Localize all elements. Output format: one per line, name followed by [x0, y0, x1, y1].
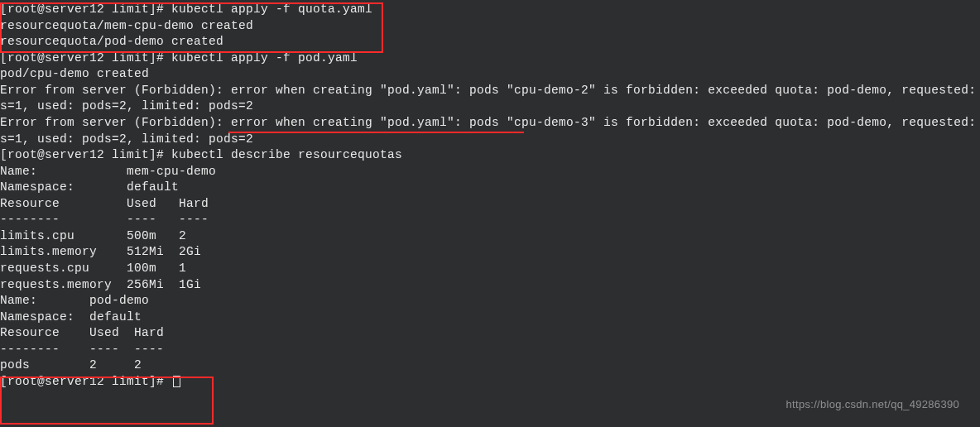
terminal-line: -------- ---- ----: [0, 212, 980, 228]
terminal-line: -------- ---- ----: [0, 342, 980, 358]
terminal-line: pods 2 2: [0, 357, 980, 374]
terminal-line: limits.memory 512Mi 2Gi: [0, 244, 980, 261]
terminal-line: requests.cpu 100m 1: [0, 261, 980, 277]
terminal-line: Namespace: default: [0, 309, 980, 326]
terminal-line: [root@server12 limit]# kubectl describe …: [0, 147, 980, 164]
terminal-line: Error from server (Forbidden): error whe…: [0, 83, 980, 99]
terminal-line: Name: pod-demo: [0, 293, 980, 309]
terminal-line: requests.memory 256Mi 1Gi: [0, 277, 980, 294]
terminal-line: limits.cpu 500m 2: [0, 228, 980, 245]
terminal-line: resourcequota/mem-cpu-demo created: [0, 18, 980, 35]
terminal-prompt-line: [root@server12 limit]#: [0, 374, 980, 391]
cursor-icon: [173, 376, 180, 387]
terminal-line: [root@server12 limit]# kubectl apply -f …: [0, 50, 980, 67]
watermark-text: https://blog.csdn.net/qq_49286390: [786, 397, 959, 412]
terminal-line: Namespace: default: [0, 180, 980, 196]
terminal-line: s=1, used: pods=2, limited: pods=2: [0, 132, 980, 148]
terminal-line: Error from server (Forbidden): error whe…: [0, 115, 980, 132]
terminal-line: [root@server12 limit]# kubectl apply -f …: [0, 2, 980, 18]
terminal-line: Name: mem-cpu-demo: [0, 164, 980, 180]
terminal-line: pod/cpu-demo created: [0, 66, 980, 83]
terminal-line: Resource Used Hard: [0, 196, 980, 213]
terminal-output[interactable]: [root@server12 limit]# kubectl apply -f …: [0, 2, 980, 391]
terminal-line: Resource Used Hard: [0, 325, 980, 342]
terminal-line: s=1, used: pods=2, limited: pods=2: [0, 98, 980, 115]
terminal-line: resourcequota/pod-demo created: [0, 34, 980, 50]
